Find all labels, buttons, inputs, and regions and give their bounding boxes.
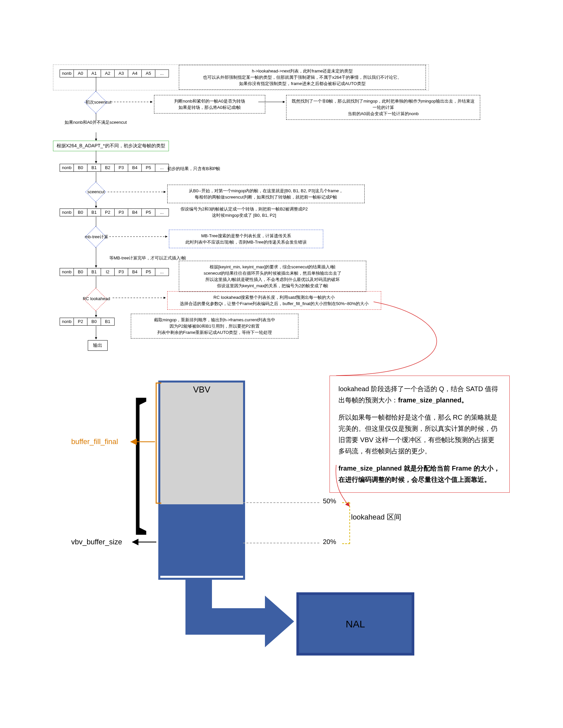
label-after-mbtree: 等MB-tree计算完毕，才可以正式插入I帧 xyxy=(109,255,186,261)
explanation-frame-size-planned: lookahead 阶段选择了一个合适的 Q，结合 SATD 值得出每帧的预测大… xyxy=(330,376,510,493)
label-initial-bp: 初步的结果，只含有B和P帧 xyxy=(167,165,220,172)
row-e-cells: nonbP2B0B1 xyxy=(60,318,115,326)
label-adjust-p2: 假设编号为2和3的帧被认定成一个转场，则把前一帧B2被调整成P2 这时候ming… xyxy=(180,206,308,218)
arrow-vbv-head xyxy=(265,596,294,647)
line-50pct xyxy=(243,502,319,503)
arrow-vbv-right xyxy=(185,608,265,635)
nal-box: NAL xyxy=(297,592,414,656)
diamond-mb-tree-label: mb-tree计算 xyxy=(85,234,108,240)
note-scenecut-loop: 从B0--开始，对第一个mingop内的帧，在这里就是[B0, B1, B2, … xyxy=(167,185,365,203)
page: nonbA0A1A2A3A4A5... h->lookahead->next列表… xyxy=(0,0,563,728)
row-b-cells: nonbB0B1B2P3B4P5... xyxy=(60,164,169,172)
brace-vbv: [ xyxy=(132,374,148,539)
note-insert-i: 根据[keyint_min, keyint_max]的要求，综合scenecut… xyxy=(179,261,366,292)
line-20pct xyxy=(243,543,319,543)
row-c-cells: nonbB0B1P2P3B4P5... xyxy=(60,208,169,216)
note-rc-lookahead: RC lookahead搜索整个列表长度，利用satd预测出每一帧的大小 选择合… xyxy=(167,291,381,310)
vbv-column: VBV xyxy=(158,381,245,580)
vbv-title: VBV xyxy=(193,385,210,504)
diamond-rc-lookahead-label: RC lookahead xyxy=(83,296,110,301)
box-output: 输出 xyxy=(88,340,108,351)
label-vbv-buffer-size: vbv_buffer_size xyxy=(71,538,122,546)
box-b-adapt: 根据X264_B_ADAPT_*的不同，初步决定每帧的类型 xyxy=(53,141,169,151)
explanation-p2: 所以如果每一帧都恰好是这个值，那么 RC 的策略就是完美的。但这里仅仅是预测，所… xyxy=(339,412,501,457)
explanation-p3: frame_size_planned 就是分配给当前 Frame 的大小，在进行… xyxy=(339,463,501,485)
note-output-mingop: 截取mingop，重新排列顺序，输出到h->frames.current列表当中… xyxy=(131,314,299,339)
label-buffer-fill-final: buffer_fill_final xyxy=(71,437,118,446)
vbv-fill-region xyxy=(160,504,243,576)
label-50pct: 50% xyxy=(323,497,336,505)
note-mb-tree: MB-Tree搜索的是整个列表长度，计算遗传关系 此时列表中不应该出现I帧，否则… xyxy=(169,230,323,248)
diamond-scenecut-label: sceencut xyxy=(87,189,105,194)
note-auto-type: h->lookahead->next列表，此时frame还是未定的类型 也可以从… xyxy=(179,65,426,90)
explanation-p1: lookahead 阶段选择了一个合适的 Q，结合 SATD 值得出每帧的预测大… xyxy=(339,383,501,406)
diamond-first-scenecut-label: 初次sceencut xyxy=(85,99,111,105)
row-a-cells: nonbA0A1A2A3A4A5... xyxy=(60,69,169,77)
row-d-cells: nonbB0B1I2P3B4P5... xyxy=(60,268,169,276)
label-lookahead-range: lookahead 区间 xyxy=(351,512,401,522)
note-first-scenecut-out: 既然找到了一个非B帧，那么就找到了mingop，此时把单独的I帧作为mingop… xyxy=(286,95,480,120)
note-first-scenecut: 判断nonb和紧邻的一帧A0是否为转场 如果是转场，那么将A0标记成I帧 xyxy=(154,95,265,114)
bracket-lookahead-range xyxy=(342,502,350,544)
label-20pct: 20% xyxy=(323,538,336,546)
marker-buffer-fill-final xyxy=(156,383,161,504)
nal-label: NAL xyxy=(346,618,365,630)
label-not-scenecut: 如果nonb和A0并不满足sceencut xyxy=(65,119,127,125)
